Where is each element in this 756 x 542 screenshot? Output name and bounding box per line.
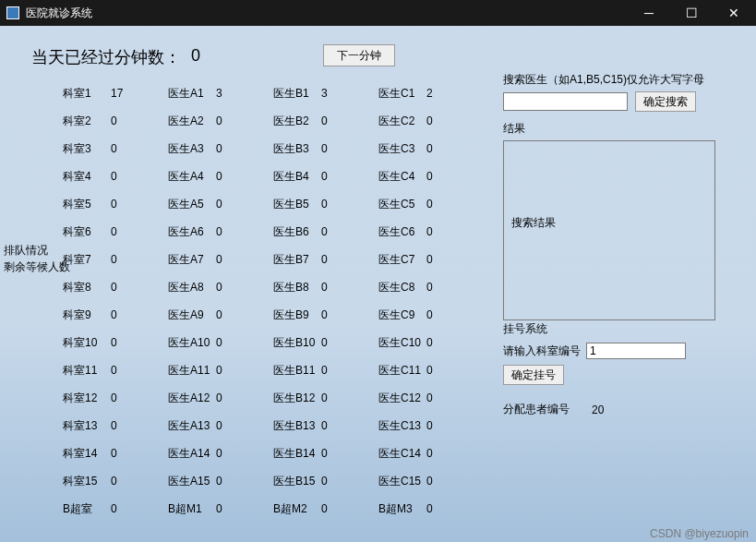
doctor-a-label: 医生A6 [168, 224, 216, 240]
result-box: 搜索结果 [503, 140, 715, 320]
doctor-c-label: 医生C3 [378, 141, 426, 157]
doctor-a-label: 医生A13 [168, 418, 216, 434]
doctor-c-value: 0 [426, 308, 484, 321]
dept-value: 0 [111, 308, 168, 321]
dept-value: 0 [111, 170, 168, 183]
doctor-b-value: 0 [321, 502, 378, 515]
dept-value: 17 [111, 87, 168, 100]
dept-value: 0 [111, 502, 168, 515]
doctor-a-value: 0 [216, 281, 273, 294]
table-row: 科室117医生A13医生B13医生C12 [63, 79, 484, 107]
table-row: 科室20医生A20医生B20医生C20 [63, 107, 484, 135]
doctor-a-label: 医生A7 [168, 252, 216, 268]
dept-label: 科室10 [63, 335, 111, 351]
doctor-a-value: 0 [216, 114, 273, 127]
doctor-b-value: 0 [321, 419, 378, 432]
dept-label: 科室9 [63, 307, 111, 323]
doctor-c-label: 医生C15 [378, 474, 426, 489]
doctor-b-label: 医生B6 [273, 224, 321, 240]
doctor-a-value: 0 [216, 419, 273, 432]
doctor-a-value: 0 [216, 447, 273, 460]
doctor-a-value: 0 [216, 502, 273, 515]
dept-label: 科室5 [63, 197, 111, 212]
watermark: CSDN @biyezuopin [650, 527, 749, 540]
doctor-c-label: 医生C12 [378, 391, 426, 406]
doctor-c-value: 0 [426, 419, 484, 432]
doctor-b-label: 医生B2 [273, 114, 321, 129]
assign-label: 分配患者编号 [503, 402, 570, 417]
table-row: 科室50医生A50医生B50医生C50 [63, 190, 484, 218]
result-placeholder: 搜索结果 [511, 216, 556, 229]
dept-label: 科室11 [63, 363, 111, 379]
table-row: 科室30医生A30医生B30医生C30 [63, 135, 484, 163]
doctor-c-label: 医生C14 [378, 446, 426, 462]
register-title: 挂号系统 [503, 321, 738, 337]
doctor-b-value: 0 [321, 253, 378, 266]
doctor-a-label: 医生A15 [168, 474, 216, 489]
dept-label: 科室12 [63, 391, 111, 406]
table-row: 科室90医生A90医生B90医生C90 [63, 301, 484, 329]
doctor-b-label: 医生B8 [273, 280, 321, 295]
register-input-label: 请输入科室编号 [503, 343, 581, 359]
doctor-a-value: 0 [216, 391, 273, 404]
doctor-b-label: 医生B5 [273, 197, 321, 212]
doctor-a-label: 医生A8 [168, 280, 216, 295]
search-input[interactable] [503, 92, 628, 111]
next-minute-button[interactable]: 下一分钟 [323, 44, 395, 66]
table-row: 科室80医生A80医生B80医生C80 [63, 273, 484, 301]
dept-value: 0 [111, 419, 168, 432]
dept-label: 科室13 [63, 418, 111, 434]
table-row: 科室140医生A140医生B140医生C140 [63, 440, 484, 467]
doctor-b-value: 0 [321, 170, 378, 183]
doctor-c-label: 医生C2 [378, 114, 426, 129]
minutes-value: 0 [191, 46, 200, 66]
doctor-b-value: 0 [321, 308, 378, 321]
doctor-c-value: 0 [426, 114, 484, 127]
doctor-c-value: 0 [426, 391, 484, 404]
doctor-b-value: 0 [321, 142, 378, 155]
dept-label: 科室7 [63, 252, 111, 268]
table-row: B超室0B超M10B超M20B超M30 [63, 495, 484, 523]
doctor-a-label: 医生A5 [168, 197, 216, 212]
search-button[interactable]: 确定搜索 [635, 91, 696, 112]
minimize-button[interactable]: ─ [636, 4, 662, 22]
dept-value: 0 [111, 253, 168, 266]
dept-value: 0 [111, 447, 168, 460]
doctor-a-label: 医生A3 [168, 141, 216, 157]
table-row: 科室120医生A120医生B120医生C120 [63, 384, 484, 412]
close-button[interactable]: ✕ [721, 4, 747, 22]
doctor-a-value: 0 [216, 253, 273, 266]
doctor-c-value: 0 [426, 142, 484, 155]
table-row: 科室110医生A110医生B110医生C110 [63, 356, 484, 384]
doctor-b-label: 医生B7 [273, 252, 321, 268]
doctor-c-value: 2 [426, 87, 484, 100]
dept-value: 0 [111, 142, 168, 155]
doctor-b-value: 0 [321, 364, 378, 377]
doctor-b-value: 0 [321, 336, 378, 349]
doctor-b-value: 0 [321, 225, 378, 238]
doctor-a-label: 医生A11 [168, 363, 216, 379]
titlebar: 医院就诊系统 ─ ☐ ✕ [0, 0, 756, 26]
dept-label: 科室3 [63, 141, 111, 157]
table-row: 科室150医生A150医生B150医生C150 [63, 467, 484, 495]
maximize-button[interactable]: ☐ [678, 4, 704, 22]
search-hint: 搜索医生（如A1,B5,C15)仅允许大写字母 [503, 72, 738, 88]
doctor-c-label: 医生C11 [378, 363, 426, 379]
doctor-c-value: 0 [426, 336, 484, 349]
result-label: 结果 [503, 121, 738, 137]
doctor-a-label: 医生A9 [168, 307, 216, 323]
doctor-b-label: 医生B11 [273, 363, 321, 379]
doctor-b-value: 0 [321, 114, 378, 127]
doctor-b-value: 0 [321, 475, 378, 488]
queue-label-1: 排队情况 [4, 242, 70, 259]
dept-value: 0 [111, 114, 168, 127]
doctor-a-label: 医生A14 [168, 446, 216, 462]
register-button[interactable]: 确定挂号 [503, 365, 564, 385]
dept-value: 0 [111, 336, 168, 349]
doctor-a-value: 3 [216, 87, 273, 100]
doctor-c-label: 医生C7 [378, 252, 426, 268]
doctor-b-value: 0 [321, 447, 378, 460]
doctor-a-value: 0 [216, 336, 273, 349]
department-input[interactable] [586, 343, 686, 359]
dept-label: B超室 [63, 501, 111, 517]
